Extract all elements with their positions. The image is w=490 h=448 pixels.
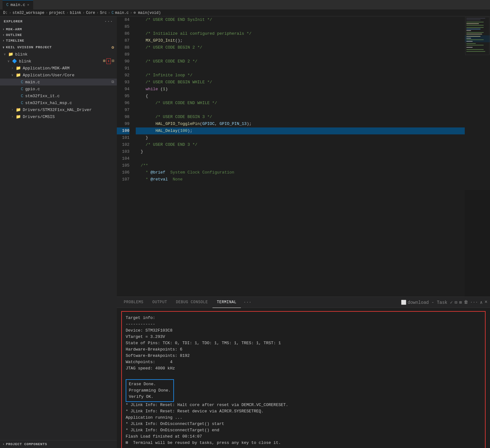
- terminal-line-1: Target info:: [126, 315, 481, 321]
- sidebar-item-keil-project[interactable]: ∨ KEIL UVISION PROJECT ✿: [0, 44, 117, 51]
- minimap: [465, 16, 490, 297]
- sidebar-title: EXPLORER: [4, 20, 23, 23]
- code-line-84: /* USER CODE END SysInit */: [136, 16, 465, 23]
- sidebar-project-components[interactable]: › PROJECT COMPONENTS: [0, 440, 117, 448]
- project-icon: 📁: [8, 52, 13, 57]
- chevron-right-icon: ›: [11, 108, 16, 112]
- tree-item-stm32f1xx-hal-msp[interactable]: C stm32f1xx_hal_msp.c: [0, 99, 117, 106]
- target-icon: 🔷: [12, 59, 17, 64]
- tab-output[interactable]: OUTPUT: [148, 297, 171, 308]
- chevron-down-icon: ∨: [3, 45, 5, 49]
- code-line-95: {: [136, 93, 465, 100]
- tree-item-app-mdk-arm[interactable]: › 📁 Application/MDK-ARM: [0, 65, 117, 72]
- main-layout: EXPLORER ··· › MDK-ARM › OUTLINE › TIMEL…: [0, 16, 490, 448]
- code-line-105: /**: [136, 162, 465, 169]
- editor-tab-main-c[interactable]: C main.c ×: [3, 0, 33, 9]
- kill-terminal-icon[interactable]: 🗑: [464, 300, 468, 305]
- folder-icon: 📁: [16, 66, 21, 71]
- terminal-line-flash-load: Flash Load finished at 00:14:07: [126, 433, 481, 440]
- panel-move-up-icon[interactable]: ∧: [480, 300, 482, 305]
- svg-rect-10: [466, 34, 482, 34]
- svg-rect-13: [466, 38, 471, 38]
- panel-close-icon[interactable]: ×: [484, 299, 487, 305]
- code-line-104: [136, 155, 465, 162]
- tab-filename: main.c: [10, 3, 25, 7]
- terminal-verify: Verify OK.: [129, 394, 171, 400]
- chevron-right-icon: ›: [3, 443, 5, 446]
- layout-icon[interactable]: ⊞: [459, 300, 462, 305]
- svg-rect-7: [466, 29, 481, 29]
- svg-rect-20: [466, 51, 485, 52]
- code-line-100: HAL_Delay(100);: [136, 127, 465, 134]
- code-line-98: /* USER CODE BEGIN 3 */: [136, 114, 465, 121]
- terminal-line-3: Device: STM32F103C8: [126, 327, 481, 334]
- panel-tab-more[interactable]: ···: [241, 300, 254, 305]
- tree-item-app-user-core[interactable]: ∨ 📁 Application/User/Core: [0, 72, 117, 79]
- line-numbers: 84 85 86 87 88 89 90 91 92 93 94 95 96 9…: [117, 16, 133, 297]
- tab-close-button[interactable]: ×: [27, 3, 29, 7]
- title-bar: C main.c ×: [0, 0, 490, 9]
- tree-item-file-actions: ⧉: [111, 80, 114, 84]
- chevron-down-icon: ∨: [4, 52, 8, 56]
- panel-tabs: PROBLEMS OUTPUT DEBUG CONSOLE TERMINAL ·…: [117, 297, 490, 308]
- svg-rect-12: [466, 36, 481, 37]
- svg-rect-16: [466, 43, 476, 44]
- panel-more-icon[interactable]: ···: [470, 300, 478, 305]
- tree-item-drivers-hal[interactable]: › 📁 Drivers/STM32F1xx_HAL_Driver: [0, 106, 117, 113]
- tab-terminal[interactable]: TERMINAL: [212, 297, 241, 308]
- code-line-90: /* USER CODE END 2 */: [136, 58, 465, 65]
- tab-debug-console[interactable]: DEBUG CONSOLE: [171, 297, 212, 308]
- code-line-92: /* Infinite loop */: [136, 72, 465, 79]
- sidebar: EXPLORER ··· › MDK-ARM › OUTLINE › TIMEL…: [0, 16, 117, 448]
- svg-rect-19: [466, 49, 484, 50]
- split-terminal-icon[interactable]: ⊟: [455, 300, 457, 305]
- code-line-93: /* USER CODE BEGIN WHILE */: [136, 79, 465, 86]
- sidebar-more-button[interactable]: ···: [104, 19, 113, 24]
- tree-item-blink-target[interactable]: ∨ 🔷 blink ⊞ ⬇ ⊟: [0, 58, 117, 65]
- action-icon-download[interactable]: ⬇: [106, 58, 111, 64]
- code-line-107: * @retval None: [136, 176, 465, 183]
- terminal-content[interactable]: Target info: ------------ Device: STM32F…: [117, 308, 490, 448]
- terminal-line-7: Software-Breakpoints: 8192: [126, 353, 481, 359]
- svg-rect-18: [466, 47, 473, 48]
- keil-project-action-icon[interactable]: ✿: [111, 44, 114, 50]
- svg-rect-1: [466, 18, 485, 19]
- tree-item-gpio-c[interactable]: C gpio.c: [0, 85, 117, 92]
- code-line-87: MX_GPIO_Init();: [136, 37, 465, 44]
- panel: PROBLEMS OUTPUT DEBUG CONSOLE TERMINAL ·…: [117, 297, 490, 448]
- terminal-blue-box: Erase Done. Programming Done. Verify OK.: [126, 379, 174, 402]
- svg-rect-14: [466, 39, 484, 40]
- editor-wrap: 84 85 86 87 88 89 90 91 92 93 94 95 96 9…: [117, 16, 490, 297]
- svg-rect-3: [466, 22, 484, 22]
- tab-problems[interactable]: PROBLEMS: [119, 297, 148, 308]
- editor-content: 84 85 86 87 88 89 90 91 92 93 94 95 96 9…: [117, 16, 490, 297]
- c-file-icon: C: [6, 3, 9, 7]
- tree-item-drivers-cmsis[interactable]: › 📁 Drivers/CMSIS: [0, 113, 117, 120]
- tree-item-stm32f1xx-it[interactable]: C stm32f1xx_it.c: [0, 92, 117, 99]
- sidebar-item-outline[interactable]: › OUTLINE: [0, 32, 117, 38]
- terminal-programming: Programming Done.: [129, 387, 171, 394]
- svg-rect-4: [466, 23, 479, 24]
- copy-icon[interactable]: ⧉: [111, 80, 114, 84]
- sidebar-header: EXPLORER ···: [0, 16, 117, 27]
- project-components-label: PROJECT COMPONENTS: [6, 442, 47, 446]
- code-editor[interactable]: 84 85 86 87 88 89 90 91 92 93 94 95 96 9…: [117, 16, 465, 297]
- task-label: download - Task ✓: [408, 300, 453, 305]
- chevron-down-icon: ∨: [8, 59, 12, 63]
- editor-area: 84 85 86 87 88 89 90 91 92 93 94 95 96 9…: [117, 16, 490, 448]
- sidebar-item-timeline[interactable]: › TIMELINE: [0, 38, 117, 44]
- tree-item-blink-project[interactable]: ∨ 📁 blink: [0, 51, 117, 58]
- svg-rect-17: [466, 45, 484, 45]
- action-icon-1[interactable]: ⊞: [103, 58, 106, 64]
- code-line-88: /* USER CODE BEGIN 2 */: [136, 44, 465, 51]
- terminal-line-4: VTarget = 3.293V: [126, 334, 481, 340]
- chevron-right-icon: ›: [3, 28, 5, 31]
- terminal-icon: ⬜: [401, 300, 406, 305]
- code-line-91: [136, 65, 465, 72]
- tree-item-main-c[interactable]: C main.c ⧉: [0, 79, 117, 85]
- action-icon-3[interactable]: ⊟: [112, 58, 114, 64]
- folder-icon: 📁: [16, 107, 21, 112]
- sidebar-item-mdk-arm[interactable]: › MDK-ARM: [0, 27, 117, 32]
- c-file-icon: C: [21, 101, 23, 105]
- chevron-right-icon: ›: [3, 39, 5, 43]
